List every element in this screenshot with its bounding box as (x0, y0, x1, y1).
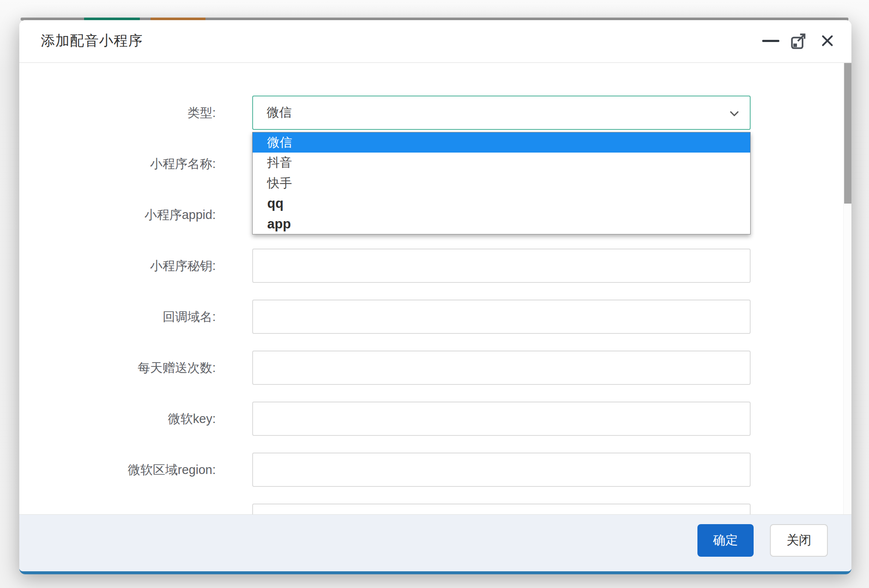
form-row-ms-region: 微软区域region: (19, 453, 851, 487)
dropdown-option-app[interactable]: app (253, 214, 750, 234)
add-dubbing-miniprogram-dialog: 添加配音小程序 类型: 微信 小程序名称: (19, 20, 851, 574)
form-row-callback-domain: 回调域名: (19, 300, 851, 334)
scrollbar-thumb[interactable] (844, 63, 851, 204)
type-select-value: 微信 (267, 104, 292, 121)
close-dialog-button[interactable]: 关闭 (770, 524, 828, 557)
type-dropdown-list: 微信 抖音 快手 qq app (252, 132, 751, 234)
scrollbar-track[interactable] (843, 63, 851, 514)
daily-free-count-label: 每天赠送次数: (19, 351, 216, 385)
appid-label: 小程序appid: (19, 198, 216, 232)
close-button[interactable] (814, 20, 841, 61)
chevron-down-icon (727, 106, 742, 121)
ms-key-label: 微软key: (19, 402, 216, 436)
form-row-app-secret: 小程序秘钥: (19, 249, 851, 283)
minimize-icon (762, 40, 779, 42)
ms-region-input[interactable] (252, 453, 751, 487)
dropdown-option-qq[interactable]: qq (253, 193, 750, 213)
dialog-title: 添加配音小程序 (41, 20, 143, 61)
dropdown-option-wechat[interactable]: 微信 (253, 132, 750, 153)
dialog-footer: 确定 关闭 (19, 514, 851, 571)
callback-domain-label: 回调域名: (19, 300, 216, 334)
dialog-titlebar: 添加配音小程序 (19, 20, 851, 63)
confirm-button[interactable]: 确定 (697, 524, 754, 557)
daily-free-count-input[interactable] (252, 351, 751, 385)
type-label: 类型: (19, 96, 216, 130)
callback-domain-input[interactable] (252, 300, 751, 334)
app-name-label: 小程序名称: (19, 147, 216, 181)
maximize-icon (789, 31, 808, 50)
app-secret-input[interactable] (252, 249, 751, 283)
minimize-button[interactable] (757, 20, 785, 61)
type-select[interactable]: 微信 (252, 96, 751, 130)
form-row-daily-free-count: 每天赠送次数: (19, 351, 851, 385)
form-row-type: 类型: 微信 (19, 96, 851, 130)
app-secret-label: 小程序秘钥: (19, 249, 216, 283)
ms-region-label: 微软区域region: (19, 453, 216, 487)
ms-key-input[interactable] (252, 402, 751, 436)
form-row-ms-key: 微软key: (19, 402, 851, 436)
close-icon (820, 33, 835, 48)
dropdown-option-kuaishou[interactable]: 快手 (253, 173, 750, 193)
maximize-button[interactable] (785, 20, 812, 61)
dropdown-option-douyin[interactable]: 抖音 (253, 153, 750, 173)
